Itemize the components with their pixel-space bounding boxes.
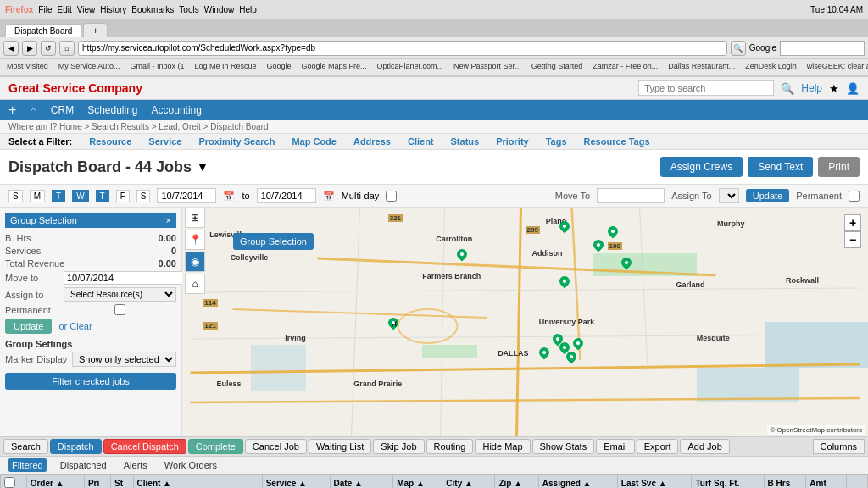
filter-jobs-button[interactable]: Filter checked jobs bbox=[5, 373, 176, 390]
url-bar[interactable] bbox=[78, 41, 727, 56]
select-all-checkbox[interactable] bbox=[4, 477, 15, 488]
tab-search[interactable]: Search bbox=[3, 439, 48, 454]
home-nav-icon[interactable]: ⌂ bbox=[30, 103, 36, 117]
group-panel-close-button[interactable]: × bbox=[166, 215, 171, 225]
bookmark-myservice[interactable]: My Service Auto... bbox=[55, 61, 124, 74]
zoom-in-button[interactable]: + bbox=[844, 214, 861, 231]
tab-hide-map[interactable]: Hide Map bbox=[475, 439, 530, 454]
bookmark-optica[interactable]: OpticaPlanet.com... bbox=[374, 61, 448, 74]
marker-display-select[interactable]: Show only selected bbox=[72, 352, 176, 367]
nav-crm[interactable]: CRM bbox=[51, 104, 74, 116]
menu-edit[interactable]: Edit bbox=[57, 5, 71, 14]
day-f[interactable]: F bbox=[116, 190, 130, 202]
col-zip[interactable]: Zip ▲ bbox=[495, 475, 538, 489]
print-button[interactable]: Print bbox=[818, 157, 860, 177]
app-search-input[interactable] bbox=[638, 80, 774, 96]
filter-resource[interactable]: Resource bbox=[89, 136, 131, 147]
to-date-input[interactable] bbox=[257, 188, 316, 203]
bookmark-zamzar[interactable]: Zamzar - Free on... bbox=[589, 61, 661, 74]
user-icon[interactable]: 👤 bbox=[846, 82, 860, 95]
group-clear-link[interactable]: or Clear bbox=[58, 321, 92, 331]
filter-mapcode[interactable]: Map Code bbox=[292, 136, 337, 147]
assign-to-field-select[interactable]: Select Resource(s) bbox=[64, 287, 176, 302]
bookmark-passport[interactable]: New Passport Ser... bbox=[450, 61, 525, 74]
col-turf[interactable]: Turf Sq. Ft. bbox=[692, 475, 764, 489]
col-city[interactable]: City ▲ bbox=[442, 475, 495, 489]
col-date[interactable]: Date ▲ bbox=[330, 475, 393, 489]
bookmark-google[interactable]: Google bbox=[263, 61, 294, 74]
day-s1[interactable]: S bbox=[8, 190, 23, 202]
tab-export[interactable]: Export bbox=[637, 439, 679, 454]
bookmark-getting-started[interactable]: Getting Started bbox=[528, 61, 587, 74]
subfilter-workorders[interactable]: Work Orders bbox=[161, 458, 220, 472]
filter-priority[interactable]: Priority bbox=[496, 136, 529, 147]
reload-button[interactable]: ↺ bbox=[41, 41, 56, 56]
osm-map[interactable]: Plano Murphy Carrollton Addison Garland … bbox=[182, 208, 868, 436]
tab-show-stats[interactable]: Show Stats bbox=[532, 439, 595, 454]
subfilter-alerts[interactable]: Alerts bbox=[120, 458, 151, 472]
bookmark-gmail[interactable]: Gmail - Inbox (1 bbox=[126, 61, 187, 74]
move-to-field-input[interactable] bbox=[64, 271, 187, 285]
col-pri[interactable]: Pri bbox=[84, 475, 110, 489]
menu-bookmarks[interactable]: Bookmarks bbox=[131, 5, 174, 14]
bookmark-zendesk[interactable]: ZenDesk Login bbox=[742, 61, 800, 74]
group-update-button[interactable]: Update bbox=[5, 319, 52, 334]
col-amt[interactable]: Amt bbox=[806, 475, 846, 489]
nav-accounting[interactable]: Accounting bbox=[152, 104, 202, 116]
col-bhrs[interactable]: B Hrs bbox=[764, 475, 806, 489]
col-client[interactable]: Client ▲ bbox=[133, 475, 262, 489]
tab-routing[interactable]: Routing bbox=[426, 439, 474, 454]
zoom-out-button[interactable]: − bbox=[844, 231, 861, 248]
update-button[interactable]: Update bbox=[746, 189, 789, 202]
col-last-svc[interactable]: Last Svc ▲ bbox=[617, 475, 692, 489]
assign-to-select[interactable] bbox=[719, 188, 739, 203]
tab-email[interactable]: Email bbox=[596, 439, 635, 454]
menu-tools[interactable]: Tools bbox=[179, 5, 198, 14]
nav-scheduling[interactable]: Scheduling bbox=[87, 104, 137, 116]
bookmark-dallas[interactable]: Dallas Restaurant... bbox=[665, 61, 738, 74]
google-search-input[interactable] bbox=[780, 41, 865, 56]
location-icon[interactable]: ◉ bbox=[185, 252, 205, 272]
help-link[interactable]: Help bbox=[801, 82, 822, 94]
multi-day-checkbox[interactable] bbox=[386, 191, 397, 202]
home-button[interactable]: ⌂ bbox=[59, 41, 75, 56]
menu-window[interactable]: Window bbox=[204, 5, 235, 14]
add-nav-icon[interactable]: + bbox=[8, 103, 16, 118]
tab-complete[interactable]: Complete bbox=[188, 439, 243, 454]
subfilter-dispatched[interactable]: Dispatched bbox=[57, 458, 110, 472]
col-assigned[interactable]: Assigned ▲ bbox=[538, 475, 617, 489]
day-w[interactable]: W bbox=[72, 190, 88, 202]
permanent-checkbox[interactable] bbox=[849, 191, 860, 202]
forward-button[interactable]: ▶ bbox=[22, 41, 37, 56]
tab-cancel-job[interactable]: Cancel Job bbox=[245, 439, 307, 454]
map-pin-icon[interactable]: 📍 bbox=[185, 230, 205, 250]
columns-button[interactable]: Columns bbox=[813, 439, 865, 454]
menu-help[interactable]: Help bbox=[239, 5, 257, 14]
home-map-icon[interactable]: ⌂ bbox=[185, 274, 205, 294]
new-tab[interactable]: + bbox=[83, 23, 107, 37]
tab-waiting-list[interactable]: Waiting List bbox=[309, 439, 371, 454]
col-order[interactable]: Order ▲ bbox=[26, 475, 84, 489]
col-status[interactable]: St bbox=[111, 475, 134, 489]
filter-proximity[interactable]: Proximity Search bbox=[199, 136, 275, 147]
tab-add-job[interactable]: Add Job bbox=[680, 439, 729, 454]
calendar-icon[interactable]: 📅 bbox=[223, 191, 235, 202]
search-button[interactable]: 🔍 bbox=[731, 41, 746, 56]
grid-view-icon[interactable]: ⊞ bbox=[185, 208, 205, 228]
menu-view[interactable]: View bbox=[77, 5, 96, 14]
menu-file[interactable]: File bbox=[38, 5, 52, 14]
bookmark-most-visited[interactable]: Most Visited bbox=[3, 61, 52, 74]
move-to-input[interactable] bbox=[597, 188, 665, 203]
active-tab[interactable]: Dispatch Board bbox=[5, 24, 81, 37]
filter-tags[interactable]: Tags bbox=[546, 136, 567, 147]
tab-skip-job[interactable]: Skip Job bbox=[373, 439, 424, 454]
col-map[interactable]: Map ▲ bbox=[393, 475, 442, 489]
menu-history[interactable]: History bbox=[100, 5, 126, 14]
filter-client[interactable]: Client bbox=[408, 136, 434, 147]
bookmark-googlemaps[interactable]: Google Maps Fre... bbox=[298, 61, 370, 74]
filter-status[interactable]: Status bbox=[451, 136, 480, 147]
star-icon[interactable]: ★ bbox=[829, 82, 839, 95]
bookmark-wisegeek[interactable]: wiseGEEK: clear a... bbox=[804, 61, 868, 74]
assign-crews-button[interactable]: Assign Crews bbox=[660, 157, 743, 177]
search-icon[interactable]: 🔍 bbox=[781, 82, 794, 95]
